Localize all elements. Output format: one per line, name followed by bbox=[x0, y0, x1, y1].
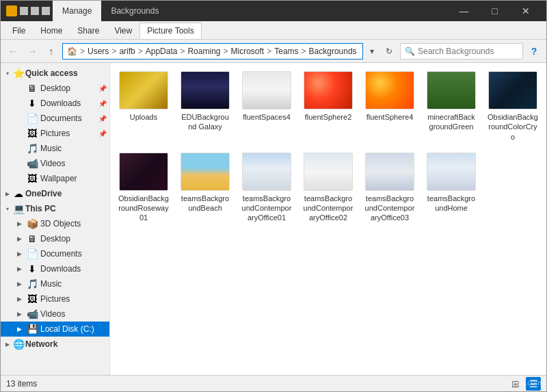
music-icon: 🎵 bbox=[27, 143, 38, 154]
tab-share[interactable]: Share bbox=[70, 23, 107, 39]
minimize-button[interactable]: — bbox=[449, 1, 479, 21]
expand-videos-pc-icon: ▶ bbox=[14, 309, 24, 319]
title-bar-left bbox=[6, 5, 50, 16]
sidebar-item-documents-pc[interactable]: ▶ 📄 Documents bbox=[1, 246, 109, 261]
ribbon-tabs: File Home Share View Picture Tools bbox=[1, 21, 546, 39]
sidebar: ▾ ⭐ Quick access 🖥 Desktop 📌 ⬇ Downloads… bbox=[1, 63, 110, 375]
file-item[interactable]: teamsBackgroundContemporaryOffice03 bbox=[362, 150, 418, 226]
tab-view[interactable]: View bbox=[107, 23, 139, 39]
expand-local-disk-icon: ▶ bbox=[14, 324, 24, 334]
file-name: teamsBackgroundContemporaryOffice03 bbox=[364, 194, 415, 223]
details-view-button[interactable]: ☰ bbox=[526, 377, 541, 391]
this-pc-label: This PC bbox=[25, 204, 56, 213]
sidebar-section-network[interactable]: ▶ 🌐 Network bbox=[1, 337, 109, 352]
sidebar-item-desktop-qa[interactable]: 🖥 Desktop 📌 bbox=[1, 81, 109, 96]
home-icon: 🏠 bbox=[67, 47, 77, 56]
large-icons-view-button[interactable]: ⊞ bbox=[508, 377, 523, 391]
file-item[interactable]: Uploads bbox=[116, 68, 172, 144]
expand-music-qa-icon bbox=[14, 144, 24, 153]
sidebar-item-videos-pc[interactable]: ▶ 📹 Videos bbox=[1, 306, 109, 322]
sidebar-item-music-qa[interactable]: 🎵 Music bbox=[1, 141, 109, 156]
sidebar-section-onedrive[interactable]: ▶ ☁ OneDrive bbox=[1, 186, 109, 201]
expand-desktop-pc-icon: ▶ bbox=[14, 234, 24, 244]
close-button[interactable]: ✕ bbox=[510, 1, 541, 21]
sidebar-section-quick-access[interactable]: ▾ ⭐ Quick access bbox=[1, 66, 109, 81]
expand-this-pc-icon: ▾ bbox=[3, 205, 12, 213]
expand-desktop-qa-icon bbox=[14, 83, 24, 93]
expand-onedrive-icon: ▶ bbox=[3, 190, 12, 198]
file-name: fluentSphere2 bbox=[305, 112, 352, 122]
sidebar-item-documents-qa[interactable]: 📄 Documents 📌 bbox=[1, 111, 109, 126]
file-item[interactable]: ObsidianBackgroundColorCryo bbox=[485, 68, 541, 144]
back-button[interactable]: ← bbox=[5, 43, 21, 60]
file-item[interactable]: fluentSphere2 bbox=[300, 68, 356, 144]
expand-videos-qa-icon bbox=[14, 159, 24, 168]
sidebar-item-music-pc[interactable]: ▶ 🎵 Music bbox=[1, 276, 109, 291]
file-item[interactable]: minecraftBackgroundGreen bbox=[423, 68, 479, 144]
sidebar-item-downloads-qa[interactable]: ⬇ Downloads 📌 bbox=[1, 96, 109, 111]
file-item[interactable]: EDUBackground Galaxy bbox=[177, 68, 233, 144]
pictures-pc-icon: 🖼 bbox=[27, 293, 38, 304]
file-item[interactable]: fluentSpaces4 bbox=[239, 68, 295, 144]
maximize-button[interactable]: □ bbox=[479, 1, 510, 21]
file-item[interactable]: teamsBackgroundContemporaryOffice01 bbox=[239, 150, 295, 226]
path-roaming[interactable]: Roaming bbox=[187, 47, 220, 56]
sidebar-item-wallpaper-qa[interactable]: 🖼 Wallpaper bbox=[1, 171, 109, 186]
sidebar-item-videos-qa[interactable]: 📹 Videos bbox=[1, 156, 109, 171]
music-pc-icon: 🎵 bbox=[27, 278, 38, 289]
path-appdata[interactable]: AppData bbox=[146, 47, 178, 56]
file-item[interactable]: teamsBackgroundBeach bbox=[177, 150, 233, 226]
tab-file[interactable]: File bbox=[5, 23, 33, 39]
app-icon bbox=[6, 5, 17, 16]
search-input[interactable] bbox=[418, 47, 518, 56]
sidebar-item-pictures-qa[interactable]: 🖼 Pictures 📌 bbox=[1, 126, 109, 141]
file-item[interactable]: fluentSphere4 bbox=[362, 68, 418, 144]
path-backgrounds[interactable]: Backgrounds bbox=[309, 47, 357, 56]
path-arifb[interactable]: arifb bbox=[119, 47, 135, 56]
ribbon: File Home Share View Picture Tools bbox=[1, 21, 546, 40]
expand-downloads-qa-icon bbox=[14, 99, 24, 108]
item-count: 13 items bbox=[6, 379, 37, 389]
tab-manage[interactable]: Manage bbox=[53, 1, 101, 21]
path-users[interactable]: Users bbox=[88, 47, 109, 56]
tab-picture-tools[interactable]: Picture Tools bbox=[139, 23, 201, 39]
sidebar-section-this-pc[interactable]: ▾ 💻 This PC bbox=[1, 201, 109, 216]
file-name: teamsBackgroundContemporaryOffice02 bbox=[303, 194, 353, 223]
sidebar-item-3d-objects[interactable]: ▶ 📦 3D Objects bbox=[1, 216, 109, 231]
file-area: UploadsEDUBackground GalaxyfluentSpaces4… bbox=[110, 63, 546, 375]
window-controls: — □ ✕ bbox=[449, 1, 541, 21]
sidebar-item-downloads-pc[interactable]: ▶ ⬇ Downloads bbox=[1, 261, 109, 276]
file-thumbnail bbox=[427, 71, 476, 109]
sidebar-item-pictures-pc[interactable]: ▶ 🖼 Pictures bbox=[1, 291, 109, 306]
address-dropdown[interactable]: ▾ bbox=[366, 43, 378, 60]
3d-objects-icon: 📦 bbox=[27, 218, 38, 229]
file-thumbnail bbox=[427, 153, 476, 191]
file-name: teamsBackgroundContemporaryOffice01 bbox=[241, 194, 292, 223]
file-thumbnail bbox=[181, 153, 230, 191]
wallpaper-icon: 🖼 bbox=[27, 173, 38, 184]
file-item[interactable]: teamsBackgroundContemporaryOffice02 bbox=[300, 150, 356, 226]
path-teams[interactable]: Teams bbox=[274, 47, 298, 56]
search-box[interactable]: 🔍 bbox=[400, 43, 523, 60]
sidebar-item-desktop-pc[interactable]: ▶ 🖥 Desktop bbox=[1, 231, 109, 246]
view-controls: ⊞ ☰ bbox=[508, 377, 541, 391]
status-bar: 13 items ⊞ ☰ bbox=[1, 375, 546, 391]
file-thumbnail bbox=[242, 153, 291, 191]
network-icon: 🌐 bbox=[13, 339, 24, 350]
tab-home[interactable]: Home bbox=[33, 23, 70, 39]
up-button[interactable]: ↑ bbox=[43, 43, 59, 60]
help-button[interactable]: ? bbox=[526, 43, 542, 60]
pictures-icon: 🖼 bbox=[27, 128, 38, 139]
refresh-button[interactable]: ↻ bbox=[381, 43, 397, 60]
file-item[interactable]: teamsBackgroundHome bbox=[423, 150, 479, 226]
file-item[interactable]: ObsidianBackgroundRoseway01 bbox=[116, 150, 172, 226]
path-microsoft[interactable]: Microsoft bbox=[231, 47, 265, 56]
pin-downloads-icon: 📌 bbox=[98, 100, 107, 107]
sidebar-item-local-disk[interactable]: ▶ 💾 Local Disk (C:) bbox=[1, 322, 109, 337]
file-name: EDUBackground Galaxy bbox=[180, 112, 230, 132]
forward-button[interactable]: → bbox=[24, 43, 40, 60]
file-thumbnail bbox=[242, 71, 291, 109]
quick-access-folder-icon: ⭐ bbox=[13, 68, 24, 79]
expand-downloads-pc-icon: ▶ bbox=[14, 264, 24, 274]
address-path[interactable]: 🏠 > Users > arifb > AppData > Roaming > … bbox=[62, 43, 363, 60]
